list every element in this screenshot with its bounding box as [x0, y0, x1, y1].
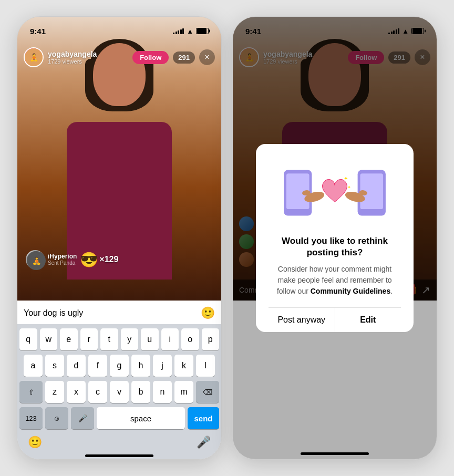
key-j[interactable]: j — [153, 355, 172, 377]
dialog-body-link[interactable]: Community Guidelines — [311, 287, 390, 295]
keyboard-area-left: 🙂 q w e r t y u i o p a s d f g — [17, 302, 221, 459]
emoji-username: iHyperion — [48, 253, 77, 260]
keyboard-row-3: ⇧ z x c v b n m ⌫ — [19, 381, 219, 403]
key-x[interactable]: x — [67, 381, 86, 403]
key-y[interactable]: y — [121, 328, 139, 350]
key-backspace[interactable]: ⌫ — [196, 381, 219, 403]
keyboard-row-2: a s d f g h j k l — [19, 355, 219, 377]
wifi-icon-left: ▲ — [187, 27, 193, 35]
keyboard-row-4: 123 ☺ 🎤 space send — [19, 407, 219, 429]
status-bar-right: 9:41 ▲ — [233, 17, 437, 40]
signal-icon-right — [388, 28, 399, 34]
phone-left: 9:41 ▲ — [17, 16, 222, 460]
stream-viewers-left: 1729 viewers — [48, 58, 128, 65]
key-h[interactable]: h — [131, 355, 150, 377]
emoji-icon: 😎 — [80, 251, 98, 268]
phone-right: 9:41 ▲ — [232, 16, 437, 460]
key-emoji[interactable]: ☺ — [45, 407, 68, 429]
comment-input-bar: 🙂 — [17, 302, 221, 324]
key-l[interactable]: l — [196, 355, 215, 377]
key-g[interactable]: g — [110, 355, 129, 377]
home-indicator-right — [301, 452, 369, 455]
wifi-icon-right: ▲ — [402, 27, 409, 35]
key-q[interactable]: q — [19, 328, 37, 350]
key-mic[interactable]: 🎤 — [71, 407, 94, 429]
home-indicator-left — [85, 454, 153, 457]
status-bar-left: 9:41 ▲ — [17, 17, 221, 40]
key-shift[interactable]: ⇧ — [19, 381, 43, 403]
key-c[interactable]: c — [88, 381, 107, 403]
emoji-user-info: iHyperion Sent Panda — [48, 253, 77, 266]
signal-icon-left — [173, 28, 184, 34]
edit-button[interactable]: Edit — [335, 308, 401, 332]
key-i[interactable]: i — [161, 328, 179, 350]
battery-icon-left — [196, 28, 209, 34]
key-k[interactable]: k — [174, 355, 193, 377]
key-n[interactable]: n — [153, 381, 172, 403]
key-a[interactable]: a — [24, 355, 43, 377]
key-o[interactable]: o — [181, 328, 199, 350]
bottom-emoji-icon[interactable]: 🙂 — [28, 436, 42, 449]
dialog-overlay: ✦ ✦ Would you like to rethink posting th… — [233, 17, 437, 459]
key-e[interactable]: e — [60, 328, 78, 350]
svg-text:🧘: 🧘 — [32, 256, 42, 265]
key-v[interactable]: v — [110, 381, 129, 403]
key-b[interactable]: b — [131, 381, 150, 403]
keyboard-row-1: q w e r t y u i o p — [19, 328, 219, 350]
key-u[interactable]: u — [141, 328, 159, 350]
key-w[interactable]: w — [40, 328, 58, 350]
key-t[interactable]: t — [100, 328, 118, 350]
status-icons-right: ▲ — [388, 27, 424, 35]
emoji-user-avatar: 🧘 — [26, 250, 45, 269]
viewer-count-number: 291 — [178, 54, 190, 61]
battery-icon-right — [411, 28, 424, 34]
key-space[interactable]: space — [97, 407, 185, 429]
time-left: 9:41 — [30, 27, 46, 36]
svg-text:✦: ✦ — [344, 175, 348, 181]
stream-username-left: yogabyangela — [48, 50, 128, 58]
emoji-sub: Sent Panda — [48, 260, 77, 266]
emoji-count: ×129 — [99, 255, 118, 264]
key-123[interactable]: 123 — [19, 407, 43, 429]
time-right: 9:41 — [245, 27, 261, 36]
emoji-display: 😎 ×129 — [80, 251, 118, 268]
stream-header-left: 🧘 yogabyangela 1729 viewers Follow 291 × — [17, 43, 221, 71]
dialog-body-end: . — [390, 287, 393, 295]
stream-avatar-left: 🧘 — [24, 47, 44, 67]
stream-video-left: 🧘 yogabyangela 1729 viewers Follow 291 ×… — [17, 17, 221, 301]
dialog: ✦ ✦ Would you like to rethink posting th… — [256, 144, 414, 332]
key-send[interactable]: send — [188, 407, 219, 429]
key-z[interactable]: z — [45, 381, 64, 403]
emoji-overlay-left: 🧘 iHyperion Sent Panda 😎 ×129 — [26, 250, 118, 269]
dialog-body: Consider how your comment might make peo… — [269, 264, 401, 297]
status-icons-left: ▲ — [173, 27, 209, 35]
viewer-count-left: 291 — [173, 51, 195, 64]
svg-text:🧘: 🧘 — [29, 53, 39, 62]
key-d[interactable]: d — [67, 355, 86, 377]
comment-input[interactable] — [24, 308, 197, 318]
close-button-left[interactable]: × — [199, 49, 215, 65]
dialog-illustration: ✦ ✦ — [269, 159, 401, 227]
dialog-actions: Post anyway Edit — [269, 307, 401, 332]
bottom-mic-icon[interactable]: 🎤 — [197, 436, 211, 449]
dialog-illustration-svg: ✦ ✦ — [269, 161, 401, 224]
stream-user-info-left: yogabyangela 1729 viewers — [48, 50, 128, 65]
key-r[interactable]: r — [80, 328, 98, 350]
dialog-title: Would you like to rethink posting this? — [269, 235, 401, 258]
key-s[interactable]: s — [45, 355, 64, 377]
emoji-input-button[interactable]: 🙂 — [201, 306, 215, 320]
key-m[interactable]: m — [174, 381, 193, 403]
keyboard: q w e r t y u i o p a s d f g h j k — [17, 324, 221, 459]
key-p[interactable]: p — [202, 328, 220, 350]
follow-button-left[interactable]: Follow — [132, 51, 169, 64]
key-f[interactable]: f — [88, 355, 107, 377]
post-anyway-button[interactable]: Post anyway — [269, 308, 335, 332]
svg-text:✦: ✦ — [347, 185, 351, 190]
